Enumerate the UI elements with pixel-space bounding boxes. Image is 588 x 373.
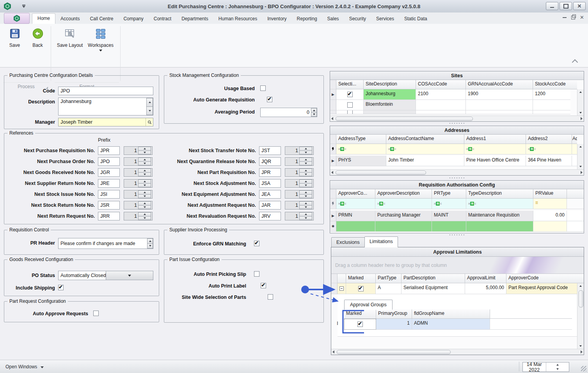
tab-sales[interactable]: Sales [322, 14, 344, 24]
approver-code-cell[interactable]: Part Request Approval Code [506, 283, 577, 294]
po-status-combobox[interactable]: Automatically Closed when all goo... [58, 271, 153, 280]
scroll-right-icon[interactable] [581, 117, 583, 120]
scroll-left-icon[interactable] [331, 171, 333, 174]
column-header[interactable]: PartType [376, 274, 401, 283]
column-header[interactable]: GRNAccrualAccCode [466, 80, 533, 89]
horizontal-scrollbar[interactable] [331, 349, 584, 355]
spinner-buttons[interactable] [138, 179, 152, 187]
column-header[interactable]: ApproverDescription [375, 189, 432, 199]
minimize-button[interactable] [546, 2, 558, 10]
column-header[interactable]: Selecti... [336, 80, 364, 89]
tab-home[interactable]: Home [32, 13, 55, 24]
scroll-up-icon[interactable] [579, 146, 582, 147]
back-button[interactable]: Back [26, 26, 49, 48]
column-header[interactable]: Marked [344, 309, 376, 319]
scroll-down-icon[interactable] [579, 166, 582, 167]
column-header[interactable]: AddressContactName [386, 135, 464, 144]
column-header[interactable]: PRValue [533, 189, 567, 199]
enforce-grn-checkbox[interactable] [254, 241, 259, 246]
save-button[interactable]: Save [3, 26, 26, 48]
spinner-buttons[interactable] [138, 169, 152, 176]
scroll-left-icon[interactable] [332, 350, 334, 353]
filter-row[interactable]: aBc aBc aBc aBc = [330, 199, 584, 209]
reference-prefix-input[interactable] [98, 212, 120, 220]
close-button[interactable]: ✕ [573, 2, 586, 10]
marked-checkbox[interactable] [357, 321, 363, 327]
new-row[interactable]: ✱ [330, 221, 584, 232]
auto-print-label-checkbox[interactable] [261, 283, 266, 288]
date-spinner[interactable] [546, 362, 569, 371]
tab-static-data[interactable]: Static Data [399, 14, 432, 24]
pr-value-cell[interactable]: 0.00 [533, 211, 567, 221]
reference-prefix-input[interactable] [98, 190, 120, 199]
scroll-up-icon[interactable] [579, 91, 582, 93]
scrollbar-thumb[interactable] [337, 350, 451, 354]
tab-departments[interactable]: Departments [176, 14, 213, 24]
primary-group-cell[interactable]: 1 [376, 319, 412, 330]
tab-reporting[interactable]: Reporting [292, 14, 322, 24]
reference-prefix-input[interactable] [98, 168, 120, 177]
fld-group-name-cell[interactable]: ADMN [412, 319, 490, 330]
address2-cell[interactable]: 364 Pine Haven [526, 156, 572, 166]
spinner-buttons[interactable] [299, 158, 313, 165]
spinner-buttons[interactable] [299, 212, 313, 220]
spinner-buttons[interactable] [299, 190, 313, 198]
site-description-cell[interactable]: Johannesburg [364, 89, 416, 100]
marked-checkbox[interactable] [358, 286, 364, 291]
usage-based-checkbox[interactable] [260, 85, 266, 91]
pr-header-field[interactable]: Please confirm if changes are made [58, 238, 153, 249]
spinner-buttons[interactable] [138, 147, 152, 155]
splitter-handle[interactable] [330, 122, 584, 125]
tab-accounts[interactable]: Accounts [55, 14, 85, 24]
description-scroll-buttons[interactable] [146, 98, 153, 115]
filter-row[interactable]: aBc aBc aBc aBc [330, 144, 584, 155]
tab-limitations[interactable]: Limitations [364, 236, 398, 247]
date-editor[interactable]: 14 Mar 2022 [522, 362, 569, 372]
tab-exclusions[interactable]: Exclusions [331, 237, 365, 247]
column-header[interactable]: TypeDescription [466, 189, 533, 199]
horizontal-scrollbar[interactable] [330, 169, 584, 175]
address-contact-cell[interactable]: John Timber [386, 156, 464, 166]
column-header[interactable]: PRType [432, 189, 466, 199]
tab-contract[interactable]: Contract [149, 14, 176, 24]
vertical-scrollbar[interactable] [577, 144, 584, 169]
maximize-button[interactable] [560, 2, 572, 10]
limitation-master-row[interactable]: A Serialised Equipment 5,000.00 Part Req… [331, 283, 577, 294]
collapse-row-icon[interactable] [339, 286, 344, 291]
manager-search-button[interactable] [146, 118, 153, 126]
spinner-buttons[interactable] [299, 201, 313, 209]
column-header[interactable]: fldGroupName [412, 309, 490, 319]
splitter-handle[interactable] [330, 233, 584, 236]
tab-inventory[interactable]: Inventory [262, 14, 291, 24]
column-header[interactable]: PrimaryGroup [376, 309, 412, 319]
column-header[interactable]: Add [572, 135, 577, 144]
type-desc-cell[interactable]: Maintenance Requisition [466, 211, 533, 221]
approver-code-cell[interactable]: PRMN [336, 211, 375, 221]
splitter-handle[interactable] [330, 176, 584, 179]
table-row[interactable]: ▶ Johannesburg 2100 1900 1200 [330, 89, 584, 100]
auto-approve-checkbox[interactable] [93, 311, 99, 316]
scroll-down-icon[interactable] [579, 345, 582, 347]
scroll-up-icon[interactable] [579, 285, 582, 287]
site-selected-checkbox[interactable] [347, 92, 353, 97]
column-header[interactable]: COSAccCode [416, 80, 466, 89]
reference-prefix-input[interactable] [259, 146, 281, 155]
column-header[interactable]: SiteDescription [364, 80, 416, 89]
column-header[interactable]: ApproverCode [506, 274, 584, 283]
reference-prefix-input[interactable] [259, 201, 281, 210]
open-windows-button[interactable]: Open Windows [5, 364, 44, 369]
site-selected-checkbox[interactable] [347, 102, 353, 108]
approval-groups-tab[interactable]: Approval Groups [344, 300, 393, 310]
part-description-cell[interactable]: Serialised Equipment [401, 283, 465, 294]
filter-equals-icon[interactable]: = [533, 199, 567, 209]
vertical-scrollbar[interactable] [577, 283, 584, 349]
spinner-buttons[interactable] [138, 212, 152, 220]
reference-prefix-input[interactable] [259, 168, 281, 177]
column-header[interactable]: StockAccCode [533, 80, 577, 89]
table-row[interactable]: ▶ PRMN Purchasing Manager MAINT Maintena… [330, 211, 584, 221]
site-description-cell[interactable]: Bloemfontein [364, 100, 416, 110]
pr-header-spinner[interactable] [147, 238, 153, 249]
mdi-minimize-icon[interactable] [563, 17, 567, 18]
tab-company[interactable]: Company [118, 14, 148, 24]
spinner-buttons[interactable] [299, 179, 313, 187]
